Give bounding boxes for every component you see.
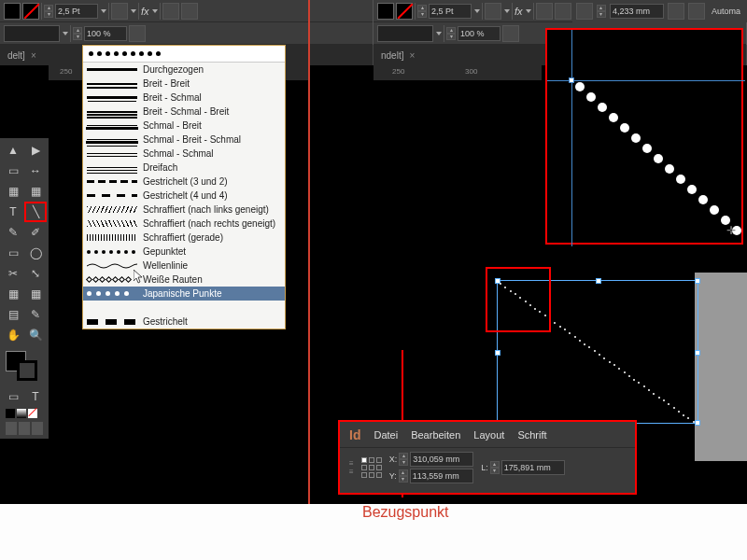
opacity-toggle[interactable] [129, 25, 146, 42]
more-button[interactable] [555, 3, 571, 20]
weight-stepper[interactable]: ▴▾ [44, 5, 53, 18]
fill-swatch[interactable] [377, 3, 394, 20]
chevron-down-icon[interactable] [101, 9, 106, 13]
apply-color-text[interactable]: T [24, 386, 47, 407]
gradient-swatch-tool[interactable]: ▦ [2, 284, 24, 304]
hand-tool[interactable]: ✋ [2, 325, 24, 345]
chevron-down-icon[interactable] [63, 32, 68, 35]
stroke-style-button[interactable] [111, 3, 128, 20]
transform-icon[interactable] [688, 3, 705, 20]
fill-swatch[interactable] [4, 3, 21, 20]
stroke-style-option[interactable]: Schraffiert (nach links geneigt) [83, 203, 285, 217]
menu-schrift[interactable]: Schrift [517, 429, 546, 441]
stroke-style-option[interactable]: Wellenlinie [83, 259, 285, 273]
width-input[interactable] [610, 4, 664, 19]
page-tool[interactable]: ▭ [2, 161, 24, 181]
stroke-style-option[interactable]: Schraffiert (gerade) [83, 231, 285, 245]
stroke-style-option[interactable]: Japanische Punkte [83, 287, 285, 301]
chevron-down-icon[interactable] [504, 9, 510, 13]
stroke-style-option[interactable]: Durchgezogen [83, 63, 285, 77]
type-tool[interactable]: T [2, 202, 24, 222]
chevron-down-icon[interactable] [152, 9, 158, 13]
stroke-weight-input[interactable] [429, 4, 472, 19]
close-icon[interactable]: × [31, 50, 36, 61]
close-icon[interactable]: × [409, 50, 415, 61]
stroke-style-option[interactable] [83, 301, 285, 315]
stroke-style-option[interactable]: Weiße Rauten [83, 273, 285, 287]
annotation-divider [308, 0, 310, 504]
stroke-style-option[interactable]: Gepunktet [83, 245, 285, 259]
stroke-weight-input[interactable] [55, 4, 98, 19]
pencil-tool[interactable]: ✐ [24, 222, 47, 243]
stroke-proxy[interactable] [17, 360, 37, 381]
x-input[interactable] [410, 452, 473, 467]
fill-stroke-proxy[interactable] [2, 349, 47, 386]
stroke-style-option[interactable]: Breit - Schmal [83, 91, 285, 105]
stroke-style-option[interactable]: Schmal - Schmal [83, 147, 285, 161]
y-input[interactable] [410, 469, 473, 483]
chevron-down-icon[interactable] [436, 32, 442, 35]
default-swatches[interactable] [2, 407, 47, 420]
free-transform-tool[interactable]: ⤡ [24, 263, 47, 284]
pen-tool[interactable]: ✎ [2, 222, 24, 243]
dropdown-current[interactable] [83, 46, 285, 63]
chevron-down-icon[interactable] [474, 9, 480, 13]
more-button[interactable] [181, 3, 198, 20]
stroke-style-option[interactable]: Breit - Schmal - Breit [83, 105, 285, 119]
gradient-feather-tool[interactable]: ▦ [24, 284, 47, 304]
stroke-style-option[interactable]: Breit - Breit [83, 77, 285, 91]
stroke-style-option[interactable]: Schraffiert (nach rechts geneigt) [83, 217, 285, 231]
bbox-icon[interactable] [576, 3, 593, 20]
stroke-style-option[interactable]: Gestrichelt [83, 315, 285, 329]
opacity-stepper[interactable]: ▴▾ [446, 27, 456, 40]
apply-color-container[interactable]: ▭ [2, 386, 24, 407]
menu-datei[interactable]: Datei [374, 429, 398, 441]
stroke-style-option[interactable]: Schmal - Breit - Schmal [83, 133, 285, 147]
option-label: Schmal - Breit [143, 120, 285, 131]
stroke-style-option[interactable]: Dreifach [83, 161, 285, 175]
opacity-input[interactable] [458, 26, 500, 41]
chevron-down-icon[interactable] [131, 9, 136, 13]
scissors-tool[interactable]: ✂ [2, 263, 24, 284]
transform-cluster: ▴▾ Automa [572, 0, 747, 22]
link-icon[interactable] [668, 3, 684, 20]
stroke-style-option[interactable]: Gestrichelt (4 und 4) [83, 189, 285, 203]
stroke-none-swatch[interactable] [22, 3, 39, 20]
weight-stepper[interactable]: ▴▾ [417, 5, 427, 18]
line-style-button[interactable] [4, 25, 60, 42]
align-button[interactable] [162, 3, 179, 20]
selection-tool[interactable]: ▲ [2, 140, 24, 161]
stroke-style-option[interactable]: Schmal - Breit [83, 119, 285, 133]
rectangle-frame-tool[interactable]: ▭ [2, 243, 24, 263]
opacity-stepper[interactable]: ▴▾ [73, 27, 82, 40]
content-collector-tool[interactable]: ▦ [2, 181, 24, 202]
width-stepper[interactable]: ▴▾ [597, 5, 606, 18]
page-edge [695, 273, 747, 461]
stroke-style-option[interactable]: Gestrichelt (3 und 2) [83, 175, 285, 189]
zoom-detail: ✛ [545, 28, 743, 245]
note-tool[interactable]: ▤ [2, 304, 24, 325]
menu-bearbeiten[interactable]: Bearbeiten [411, 429, 460, 441]
line-tool[interactable]: ╲ [24, 202, 47, 222]
stroke-style-dropdown[interactable]: DurchgezogenBreit - BreitBreit - SchmalB… [82, 45, 286, 329]
line-style-button[interactable] [377, 25, 433, 42]
menu-layout[interactable]: Layout [473, 429, 504, 441]
reference-point-grid[interactable] [361, 457, 382, 478]
l-input[interactable] [501, 460, 565, 475]
chevron-down-icon[interactable] [526, 9, 531, 13]
fx-button[interactable]: fx [141, 6, 149, 17]
gap-tool[interactable]: ↔ [24, 161, 47, 181]
stroke-style-button[interactable] [485, 3, 501, 20]
align-button[interactable] [536, 3, 553, 20]
panel-toggle-icon[interactable]: ≡≡ [349, 459, 354, 476]
direct-selection-tool[interactable]: ▶ [24, 140, 47, 161]
zoom-tool[interactable]: 🔍 [24, 325, 47, 345]
content-placer-tool[interactable]: ▦ [24, 181, 47, 202]
fx-button[interactable]: fx [514, 6, 523, 17]
screen-mode-buttons[interactable] [2, 420, 47, 437]
eyedropper-tool[interactable]: ✎ [24, 304, 47, 325]
opacity-toggle[interactable] [502, 25, 519, 42]
opacity-input[interactable] [84, 26, 127, 41]
ellipse-tool[interactable]: ◯ [24, 243, 47, 263]
stroke-none-swatch[interactable] [396, 3, 413, 20]
